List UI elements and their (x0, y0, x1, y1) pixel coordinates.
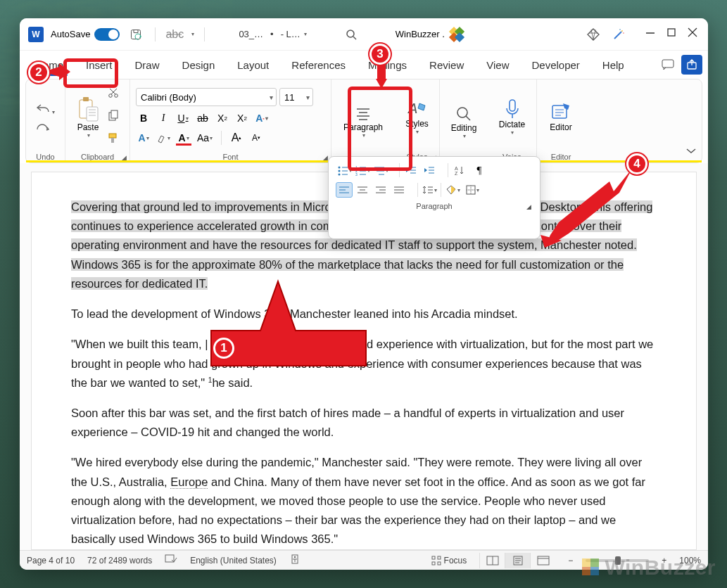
format-painter-icon[interactable] (108, 132, 119, 146)
styles-icon: A (407, 99, 428, 119)
bold-button[interactable]: B (136, 110, 151, 126)
account[interactable]: WinBuzzer . (396, 27, 464, 42)
tab-design[interactable]: Design (172, 55, 225, 75)
zoom-out-icon[interactable]: − (568, 556, 573, 565)
paragraph-text[interactable]: "We hired everybody else during the pand… (71, 453, 657, 549)
autosave-toggle-icon[interactable] (94, 28, 120, 41)
editing-button[interactable]: Editing ▾ (445, 82, 482, 161)
styles-button[interactable]: A Styles ▾ (400, 82, 434, 151)
svg-rect-27 (109, 134, 116, 138)
grow-font-button[interactable]: A▴ (229, 130, 244, 146)
justify-icon[interactable] (391, 182, 407, 198)
text-effects-button[interactable]: A▪▾ (254, 110, 270, 126)
tab-review[interactable]: Review (419, 55, 474, 75)
redo-icon[interactable] (36, 122, 55, 136)
tab-view[interactable]: View (476, 55, 519, 75)
multilevel-list-icon[interactable]: ▾ (372, 162, 389, 178)
autosave[interactable]: AutoSave (51, 28, 120, 41)
svg-rect-13 (662, 60, 674, 68)
tab-insert[interactable]: Insert (76, 55, 122, 75)
tab-draw[interactable]: Draw (125, 55, 170, 75)
accessibility-icon[interactable] (289, 554, 301, 566)
read-mode-icon[interactable] (479, 553, 505, 568)
tab-references[interactable]: References (282, 55, 355, 75)
strikethrough-quick-icon[interactable]: abc (165, 25, 184, 44)
increase-indent-icon[interactable] (421, 162, 438, 178)
font-color-button[interactable]: A▾ (176, 130, 191, 146)
change-case-button[interactable]: Aa▾ (196, 130, 214, 146)
paragraph-launcher-icon[interactable]: ◢ (526, 203, 531, 210)
tab-layout[interactable]: Layout (227, 55, 279, 75)
comments-button[interactable] (657, 55, 678, 75)
undo-icon[interactable]: ▾ (36, 103, 55, 117)
status-words[interactable]: 72 of 2489 words (87, 556, 152, 565)
svg-rect-26 (111, 110, 118, 118)
svg-rect-10 (668, 29, 675, 36)
chevron-down-icon[interactable]: ▾ (87, 132, 90, 139)
underline-button[interactable]: U▾ (175, 110, 191, 126)
search-icon[interactable] (342, 25, 360, 44)
font-size-select[interactable]: 11 (279, 88, 313, 106)
close-button[interactable] (688, 28, 698, 41)
chevron-down-icon[interactable]: ▾ (416, 129, 419, 135)
cut-icon[interactable] (108, 87, 119, 101)
subscript-button[interactable]: X2 (215, 110, 230, 126)
editor-label: Editor (550, 122, 571, 132)
paragraph-label: Paragraph (343, 122, 383, 132)
bullets-icon[interactable]: ▾ (336, 162, 353, 178)
chevron-down-icon[interactable]: ▾ (304, 31, 307, 37)
ribbon-collapse-icon[interactable] (686, 144, 696, 157)
sort-icon[interactable]: AZ (451, 162, 468, 178)
annotation-arrow-3 (376, 65, 387, 90)
status-page[interactable]: Page 4 of 10 (27, 556, 75, 565)
print-layout-icon[interactable] (505, 553, 530, 568)
magic-wand-icon[interactable] (609, 25, 628, 44)
align-center-icon[interactable] (354, 182, 371, 198)
paragraph-button[interactable]: Paragraph ▾ (337, 82, 389, 161)
group-label-editor: Editor (543, 151, 579, 161)
italic-button[interactable]: I (156, 110, 171, 126)
share-button[interactable] (681, 55, 702, 75)
popup-label: Paragraph◢ (336, 202, 533, 210)
font-launcher-icon[interactable]: ◢ (323, 154, 328, 161)
show-marks-icon[interactable]: ¶ (471, 162, 488, 178)
numbering-icon[interactable]: 123▾ (354, 162, 371, 178)
shading-icon[interactable]: ▾ (444, 182, 461, 198)
editor-button[interactable]: Editor (543, 82, 579, 151)
svg-rect-42 (438, 556, 441, 559)
line-spacing-icon[interactable]: ▾ (421, 182, 438, 198)
focus-button[interactable]: Focus (431, 556, 467, 565)
status-language[interactable]: English (United States) (190, 556, 277, 565)
align-right-icon[interactable] (372, 182, 389, 198)
dictate-button[interactable]: Dictate ▾ (493, 82, 531, 151)
chevron-down-icon[interactable]: ▾ (362, 132, 365, 139)
doc-mode-text: - L… (281, 29, 301, 39)
chevron-down-icon[interactable]: ▾ (511, 129, 514, 136)
save-icon[interactable] (127, 25, 145, 44)
document-title[interactable]: 03_… • - L… ▾ (239, 29, 306, 39)
tab-help[interactable]: Help (593, 55, 634, 75)
paste-button[interactable]: Paste ▾ (71, 93, 105, 141)
strikethrough-button[interactable]: ab (195, 110, 210, 126)
chevron-down-icon[interactable]: ▾ (191, 31, 194, 37)
borders-icon[interactable]: ▾ (464, 182, 481, 198)
web-layout-icon[interactable] (530, 553, 555, 568)
svg-point-57 (338, 174, 340, 176)
font-name-select[interactable]: Calibri (Body) (136, 88, 277, 106)
svg-rect-16 (83, 97, 89, 101)
highlight-button[interactable]: ▾ (156, 130, 172, 146)
superscript-button[interactable]: X2 (234, 110, 250, 126)
diamond-icon[interactable] (584, 25, 602, 44)
align-left-icon[interactable] (336, 182, 353, 198)
shrink-font-button[interactable]: A▾ (248, 130, 264, 146)
decrease-indent-icon[interactable] (403, 162, 419, 178)
font-color-style-button[interactable]: A▾ (136, 130, 151, 146)
spellcheck-icon[interactable] (165, 554, 177, 566)
chevron-down-icon[interactable]: ▾ (463, 133, 466, 139)
paragraph-text[interactable]: Soon after this bar was set, and the fir… (71, 404, 657, 442)
copy-icon[interactable] (108, 110, 119, 124)
tab-developer[interactable]: Developer (521, 55, 589, 75)
styles-label: Styles (405, 119, 429, 129)
maximize-button[interactable] (667, 28, 677, 41)
minimize-button[interactable] (646, 28, 656, 41)
